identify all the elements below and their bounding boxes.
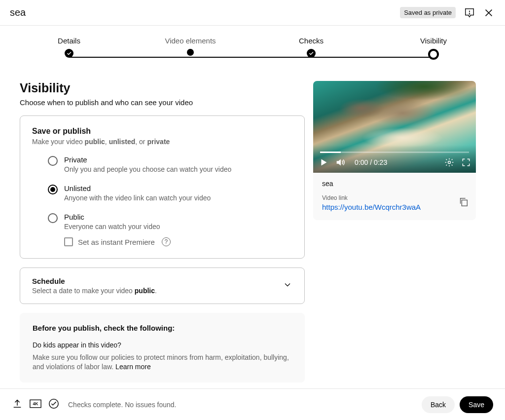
before-publish-q1: Do kids appear in this video? [33, 341, 292, 349]
video-link[interactable]: https://youtu.be/Wcqrchr3waA [322, 203, 467, 211]
svg-point-2 [448, 161, 451, 164]
option-desc: Anyone with the video link can watch you… [64, 194, 292, 202]
chevron-down-icon [283, 280, 292, 292]
schedule-card[interactable]: Schedule Select a date to make your vide… [20, 267, 305, 304]
step-checks[interactable]: Checks [298, 37, 325, 58]
radio-public[interactable] [48, 213, 58, 223]
option-title: Unlisted [64, 184, 292, 192]
svg-rect-3 [462, 200, 467, 206]
close-icon[interactable] [483, 7, 494, 18]
save-or-publish-card: Save or publish Make your video public, … [20, 115, 305, 259]
help-icon[interactable]: ? [162, 237, 171, 246]
scrollbar-track[interactable] [499, 26, 505, 388]
option-title: Private [64, 155, 292, 164]
option-public[interactable]: Public Everyone can watch your video Set… [32, 213, 292, 246]
video-thumbnail[interactable]: 0:00 / 0:23 [313, 81, 476, 173]
learn-more-link[interactable]: Learn more [115, 363, 151, 371]
option-desc: Only you and people you choose can watch… [64, 165, 292, 173]
card-title: Save or publish [32, 127, 292, 136]
option-desc: Everyone can watch your video [64, 223, 292, 230]
video-time: 0:00 / 0:23 [355, 158, 387, 166]
preview-video-title: sea [322, 180, 467, 188]
page-title: sea [10, 7, 26, 18]
upload-icon[interactable] [12, 398, 23, 411]
footer-status: Checks complete. No issues found. [68, 401, 176, 409]
card-desc: Make your video public, unlisted, or pri… [32, 138, 292, 146]
radio-unlisted[interactable] [48, 185, 58, 194]
svg-text:4K: 4K [33, 401, 39, 406]
feedback-icon[interactable] [464, 7, 475, 18]
back-button[interactable]: Back [422, 396, 455, 413]
play-icon[interactable] [318, 157, 329, 168]
video-preview-card: 0:00 / 0:23 sea Video link https://you [313, 81, 476, 220]
before-publish-title: Before you publish, check the following: [33, 324, 292, 332]
hd-icon[interactable]: 4K [30, 399, 41, 411]
heading-visibility: Visibility [20, 81, 305, 95]
option-unlisted[interactable]: Unlisted Anyone with the video link can … [32, 184, 292, 202]
settings-icon[interactable] [444, 157, 454, 167]
fullscreen-icon[interactable] [461, 157, 471, 167]
radio-private[interactable] [48, 156, 58, 166]
copy-icon[interactable] [458, 196, 469, 209]
footer: 4K Checks complete. No issues found. Bac… [0, 388, 505, 420]
schedule-title: Schedule [32, 277, 157, 285]
subheading: Choose when to publish and who can see y… [20, 98, 305, 107]
before-publish-card: Before you publish, check the following:… [20, 313, 305, 382]
schedule-desc: Select a date to make your video public. [32, 287, 157, 295]
premiere-label: Set as instant Premiere [78, 238, 155, 246]
save-button[interactable]: Save [460, 396, 493, 413]
volume-icon[interactable] [335, 157, 346, 168]
before-publish-p1: Make sure you follow our policies to pro… [33, 353, 292, 372]
option-private[interactable]: Private Only you and people you choose c… [32, 155, 292, 173]
video-link-label: Video link [322, 194, 467, 201]
privacy-badge: Saved as private [400, 7, 456, 18]
svg-point-1 [469, 13, 469, 14]
option-title: Public [64, 213, 292, 221]
check-circle-icon[interactable] [48, 398, 59, 411]
premiere-checkbox[interactable] [64, 237, 73, 246]
step-visibility[interactable]: Visibility [417, 37, 450, 60]
step-video-elements[interactable]: Video elements [161, 37, 220, 56]
video-progress[interactable] [320, 152, 469, 153]
step-details[interactable]: Details [56, 37, 82, 58]
stepper: Details Video elements Checks Visibility [0, 31, 505, 65]
